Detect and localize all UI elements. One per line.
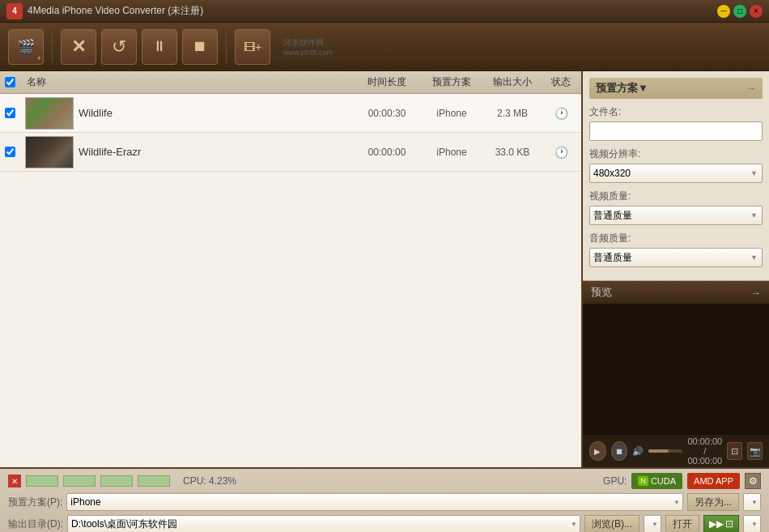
cuda-button[interactable]: N CUDA bbox=[631, 473, 682, 489]
titlebar: 4 4Media iPhone Video Converter (未注册) ─ … bbox=[0, 0, 769, 23]
table-row[interactable]: Wildlife-Erazr 00:00:00 iPhone 33.0 KB 🕐 bbox=[0, 133, 581, 172]
saveas-dropdown[interactable] bbox=[743, 493, 761, 511]
output-select-wrapper: D:\tools\桌面\河东软件园 bbox=[67, 515, 580, 532]
row1-duration: 00:00:30 bbox=[355, 108, 419, 119]
stop-preview-button[interactable]: ⏹ bbox=[611, 441, 628, 461]
audio-quality-label: 音频质量: bbox=[589, 232, 763, 245]
output-field-label: 输出目录(D): bbox=[8, 517, 63, 531]
progress-bar-4 bbox=[138, 475, 170, 487]
pause-button[interactable]: ⏸ bbox=[142, 29, 177, 65]
select-all-checkbox[interactable] bbox=[5, 77, 15, 87]
start-dropdown-wrapper bbox=[743, 515, 761, 532]
preset-row: 预置方案(P): iPhone iPad iPod 另存为... bbox=[8, 493, 761, 511]
refresh-button[interactable]: ↺ bbox=[101, 29, 137, 65]
add-clip-icon: 🎞+ bbox=[244, 40, 261, 53]
header-preset: 预置方案 bbox=[419, 75, 484, 89]
saveas-button[interactable]: 另存为... bbox=[687, 493, 739, 511]
maximize-button[interactable]: □ bbox=[733, 5, 746, 18]
header-name: 名称 bbox=[20, 75, 355, 89]
preset-select-wrapper: iPhone iPad iPod bbox=[66, 493, 683, 511]
browse-dropdown[interactable] bbox=[644, 515, 661, 532]
preset-header-title: 预置方案▼ bbox=[596, 81, 746, 96]
file-list: Wildlife 00:00:30 iPhone 2.3 MB 🕐 Wildli… bbox=[0, 94, 581, 467]
minimize-button[interactable]: ─ bbox=[717, 5, 730, 18]
gpu-label: GPU: bbox=[603, 475, 627, 487]
preview-section: 预览 → ▶ ⏹ 🔊 00:00:00 / 00:00:00 ⊡ 📷 bbox=[583, 281, 769, 467]
fullscreen-button[interactable]: ⊡ bbox=[727, 442, 742, 460]
resolution-select[interactable]: 480x320 320x240 640x480 1280x720 bbox=[589, 164, 763, 183]
row2-thumb-image bbox=[26, 137, 73, 168]
video-quality-select[interactable]: 普通质量 高质量 低质量 bbox=[589, 206, 763, 225]
row1-checkbox-col bbox=[0, 108, 20, 118]
start-dropdown[interactable] bbox=[743, 515, 761, 532]
preview-arrow-icon: → bbox=[750, 287, 761, 299]
row2-checkbox[interactable] bbox=[5, 147, 15, 157]
amd-button[interactable]: AMD APP bbox=[687, 473, 740, 489]
start-icon: ▶▶ bbox=[709, 518, 724, 530]
row1-thumbnail bbox=[25, 97, 74, 130]
progress-bar-2 bbox=[63, 475, 96, 487]
clock-icon: 🕐 bbox=[554, 107, 568, 120]
preview-header: 预览 → bbox=[583, 281, 769, 304]
start-convert-button[interactable]: ▶▶ ⊡ bbox=[703, 515, 739, 532]
main-layout: 名称 时间长度 预置方案 输出大小 状态 Wildlife 00:00:30 i… bbox=[0, 71, 769, 467]
file-panel: 名称 时间长度 预置方案 输出大小 状态 Wildlife 00:00:30 i… bbox=[0, 71, 583, 467]
remove-icon: ✕ bbox=[71, 36, 86, 57]
header-checkbox-col bbox=[0, 77, 20, 87]
right-panel: 预置方案▼ → 文件名: 视频分辨率: 480x320 320x240 640x… bbox=[583, 71, 769, 467]
cancel-progress-button[interactable]: ✕ bbox=[8, 475, 21, 487]
settings-button[interactable]: ⚙ bbox=[745, 473, 761, 489]
cpu-info: CPU: 4.23% bbox=[183, 475, 236, 487]
remove-button[interactable]: ✕ bbox=[61, 29, 96, 65]
add-video-icon: 🎬 bbox=[17, 38, 35, 56]
volume-slider[interactable] bbox=[648, 449, 682, 453]
browse-button[interactable]: 浏览(B)... bbox=[584, 515, 639, 532]
pause-icon: ⏸ bbox=[152, 38, 167, 55]
snapshot-button[interactable]: 📷 bbox=[747, 442, 763, 460]
preset-header[interactable]: 预置方案▼ → bbox=[589, 78, 763, 99]
preset-select[interactable]: iPhone iPad iPod bbox=[66, 493, 683, 511]
refresh-icon: ↺ bbox=[112, 36, 126, 57]
bottom-bar: ✕ CPU: 4.23% GPU: N CUDA AMD APP ⚙ 预置方案(… bbox=[0, 467, 769, 532]
close-button[interactable]: × bbox=[750, 5, 763, 18]
audio-quality-select[interactable]: 普通质量 高质量 低质量 bbox=[589, 248, 763, 267]
add-video-button[interactable]: 🎬 + bbox=[8, 29, 44, 65]
file-list-header: 名称 时间长度 预置方案 输出大小 状态 bbox=[0, 71, 581, 94]
stop-button[interactable]: ⏹ bbox=[182, 29, 218, 65]
audio-quality-group: 音频质量: 普通质量 高质量 低质量 bbox=[589, 232, 763, 267]
cuda-label: CUDA bbox=[651, 476, 676, 486]
row1-preset: iPhone bbox=[419, 108, 484, 119]
row1-status: 🕐 bbox=[541, 107, 581, 120]
resolution-select-wrapper: 480x320 320x240 640x480 1280x720 bbox=[589, 164, 763, 183]
play-button[interactable]: ▶ bbox=[589, 441, 606, 461]
header-size: 输出大小 bbox=[484, 75, 541, 89]
audio-quality-select-wrapper: 普通质量 高质量 低质量 bbox=[589, 248, 763, 267]
row1-size: 2.3 MB bbox=[484, 108, 541, 119]
video-quality-group: 视频质量: 普通质量 高质量 低质量 bbox=[589, 189, 763, 225]
stop-icon: ⏹ bbox=[193, 38, 207, 55]
resolution-label: 视频分辨率: bbox=[589, 147, 763, 161]
toolbar: 🎬 + ✕ ↺ ⏸ ⏹ 🎞+ 河东软件网 www.ph35.com bbox=[0, 23, 769, 71]
filename-input[interactable] bbox=[589, 121, 763, 141]
row2-duration: 00:00:00 bbox=[355, 147, 419, 158]
output-select[interactable]: D:\tools\桌面\河东软件园 bbox=[67, 515, 580, 532]
filename-label: 文件名: bbox=[589, 105, 763, 119]
filename-group: 文件名: bbox=[589, 105, 763, 141]
preset-arrow-icon: → bbox=[746, 83, 756, 94]
open-button[interactable]: 打开 bbox=[665, 515, 699, 532]
watermark-url: www.ph35.com bbox=[283, 49, 333, 57]
preset-field-label: 预置方案(P): bbox=[8, 496, 62, 509]
start-record-icon: ⊡ bbox=[725, 518, 733, 530]
table-row[interactable]: Wildlife 00:00:30 iPhone 2.3 MB 🕐 bbox=[0, 94, 581, 133]
row2-filename: Wildlife-Erazr bbox=[79, 146, 355, 158]
volume-icon: 🔊 bbox=[632, 446, 644, 457]
add-plus-icon: + bbox=[37, 54, 41, 62]
toolbar-separator2 bbox=[226, 31, 227, 63]
preview-controls: ▶ ⏹ 🔊 00:00:00 / 00:00:00 ⊡ 📷 bbox=[583, 435, 769, 467]
row2-checkbox-col bbox=[0, 147, 20, 157]
window-controls: ─ □ × bbox=[717, 5, 763, 18]
add-clip-button[interactable]: 🎞+ bbox=[235, 29, 270, 65]
resolution-group: 视频分辨率: 480x320 320x240 640x480 1280x720 bbox=[589, 147, 763, 183]
row2-thumbnail bbox=[25, 136, 74, 168]
row1-checkbox[interactable] bbox=[5, 108, 15, 118]
